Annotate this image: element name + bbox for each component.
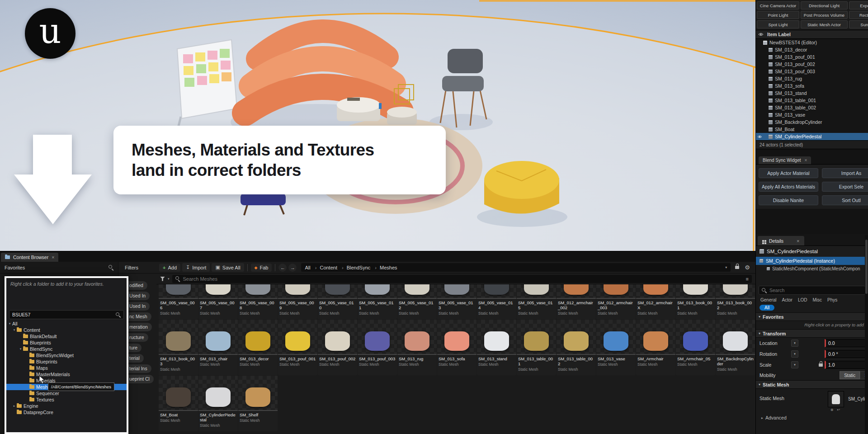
place-actor-button[interactable]: Post Process Volume [801,11,848,19]
asset-card[interactable]: SM_005_vase_012 Static Mesh [397,284,437,319]
save-all-button[interactable]: ▣ Save All [212,263,244,272]
view-options-icon[interactable]: ≡ [746,276,749,282]
outliner-row[interactable]: SM_013_sofa [756,82,868,90]
folder-search-input[interactable] [12,312,113,317]
outliner-row[interactable]: SM_013_table_002 [756,104,868,111]
chevron-down-icon[interactable]: ▾ [791,361,798,368]
outliner-row[interactable]: SM_013_pouf_001 [756,53,868,61]
path-bar[interactable]: › All › Content › [301,263,731,272]
expander-caret-icon[interactable]: ▾ [18,347,23,351]
folder-tree-row[interactable]: BlankDefault [6,333,127,340]
details-tab[interactable]: Details × [758,236,804,245]
details-category-tab[interactable]: General [760,297,777,302]
asset-card[interactable]: SM_005_vase_008 Static Mesh [238,284,278,319]
back-button[interactable]: ← [278,264,287,272]
mobility-option[interactable]: Static [840,371,860,379]
asset-card[interactable]: SM_013_pouf_001 Static Mesh [278,320,317,375]
lock-icon[interactable] [735,266,739,269]
folder-tree-row[interactable]: BlendSyncWidget [6,352,127,359]
chevron-down-icon[interactable]: ▾ [791,350,798,358]
blend-sync-button[interactable]: Apply All Actors Materials [759,182,818,192]
forward-button[interactable]: → [288,264,297,272]
blend-sync-button[interactable]: Import As [822,168,868,178]
place-actor-button[interactable]: Spot Light [757,20,799,28]
details-instance-row[interactable]: SM_CylinderPiedestal (Instance) [756,257,868,265]
details-category-tab[interactable]: Actor [782,297,793,302]
details-search-input[interactable] [769,288,862,293]
outliner-row[interactable]: SM_013_stand [756,90,868,97]
outliner-row[interactable]: NewBSTEST4 (Editor) [756,39,868,46]
gear-icon[interactable]: ⚙ [745,264,750,271]
favorites-section-header[interactable]: ▾ Favorites [756,312,868,321]
visibility-eye-icon[interactable] [756,135,763,138]
place-actor-button[interactable]: Directional Light [801,1,848,9]
search-icon[interactable] [108,265,113,270]
transform-section-header[interactable]: ▾ Transform [756,329,868,338]
static-mesh-thumbnail[interactable] [828,391,844,407]
asset-tools-icons[interactable]: ⊕ ↩ [828,408,844,412]
chevron-down-icon[interactable]: ▾ [791,340,798,347]
asset-card[interactable]: SM_005_vase_014 Static Mesh [477,284,516,319]
lock-icon[interactable] [819,363,823,367]
asset-search-input[interactable] [183,276,743,282]
folder-search[interactable] [9,310,124,319]
asset-card[interactable]: SM_012_armchairX Static Mesh [636,284,675,319]
outliner-row[interactable]: SM_Boat [756,126,868,133]
folder-tree-row[interactable]: MasterMaterials [6,371,127,377]
expander-caret-icon[interactable]: ▸ [12,404,17,408]
import-button[interactable]: ↧ Import [182,263,210,272]
folder-tree-row[interactable]: ▾ All [6,321,127,327]
asset-card[interactable]: SM_013_stand Static Mesh [477,320,516,375]
details-category-tab[interactable]: Misc [812,297,822,302]
place-actor-button[interactable]: Point Light [757,11,799,19]
outliner-row[interactable]: SM_013_vase [756,111,868,118]
asset-card[interactable]: SM_005_vase_010 Static Mesh [318,284,357,319]
folder-tree-row[interactable]: DataprepCore [6,409,127,415]
chevron-down-icon[interactable]: ▾ [168,277,170,281]
place-actor-button[interactable]: Static Mesh Actor [801,20,848,28]
breadcrumb-item[interactable]: › Meshes [372,265,397,270]
filter-funnel-icon[interactable] [160,277,165,281]
outliner-row[interactable]: SM_013_table_001 [756,97,868,104]
transform-value-field[interactable]: 1.0 [825,361,868,369]
transform-value-field[interactable]: 0.0 ° [825,350,868,358]
blend-sync-tab[interactable]: Blend Sync Widget × [759,156,811,164]
asset-card[interactable]: SM_013_pouf_002 Static Mesh [318,320,357,375]
asset-card[interactable]: SM_012_armchair_003 Static Mesh [596,284,636,319]
folder-tree-row[interactable]: Blueprints [6,359,127,365]
place-actor-button[interactable]: Rect Ligh [849,11,868,19]
asset-card[interactable]: SM_013_table_002 Static Mesh [557,320,596,375]
details-category-tab[interactable]: LOD [798,297,807,302]
details-search[interactable] [759,286,865,295]
asset-card[interactable]: SM_013_sofa Static Mesh [437,320,476,375]
outliner-row[interactable]: SM_013_pouf_002 [756,61,868,68]
close-icon[interactable]: × [805,158,807,163]
viewport[interactable]: u Meshes, Materials and Textures land in… [0,0,755,251]
add-button[interactable]: + Add [159,264,180,272]
advanced-expander[interactable]: ▸ Advanced [756,413,868,422]
asset-card[interactable]: SM_Armchair Static Mesh [636,320,675,375]
blend-sync-button[interactable]: Sort Outl [822,195,868,205]
outliner-row[interactable]: SM_013_pouf_003 [756,68,868,75]
asset-card[interactable]: SM_CylinderPiedestal Static Mesh [198,376,238,431]
asset-card[interactable]: SM_005_vase_013 Static Mesh [437,284,476,319]
asset-card[interactable]: SM_013_book_002 Static Mesh [716,284,755,319]
close-icon[interactable]: × [797,238,799,244]
expander-caret-icon[interactable]: ▾ [7,322,12,326]
asset-search-bar[interactable]: ≡ [172,275,752,283]
folder-tree-row[interactable]: ▾ Content [6,327,127,333]
asset-card[interactable]: SM_013_rug Static Mesh [397,320,437,375]
asset-card[interactable]: SM_012_armchair_002 Static Mesh [557,284,596,319]
outliner-row[interactable]: SM_013_decor [756,46,868,53]
static-mesh-section-header[interactable]: ▾ Static Mesh [756,380,868,389]
outliner-column-header[interactable]: Item Label [767,32,791,37]
chevron-down-icon[interactable]: ▾ [725,265,727,269]
details-component-row[interactable]: StaticMeshComponent (StaticMeshCompon [756,265,868,272]
folder-tree-row[interactable]: ▾ BlendSync [6,346,127,352]
outliner-row[interactable]: SM_013_rug [756,75,868,82]
blend-sync-button[interactable]: Export Sele [822,182,868,192]
outliner-row[interactable]: SM_BackdropCylinder [756,118,868,126]
asset-card[interactable]: SM_BackdropCylinder Static Mesh [716,320,755,375]
asset-card[interactable]: SM_013_decor Static Mesh [238,320,278,375]
transform-value-field[interactable]: 0.0 [825,339,868,347]
